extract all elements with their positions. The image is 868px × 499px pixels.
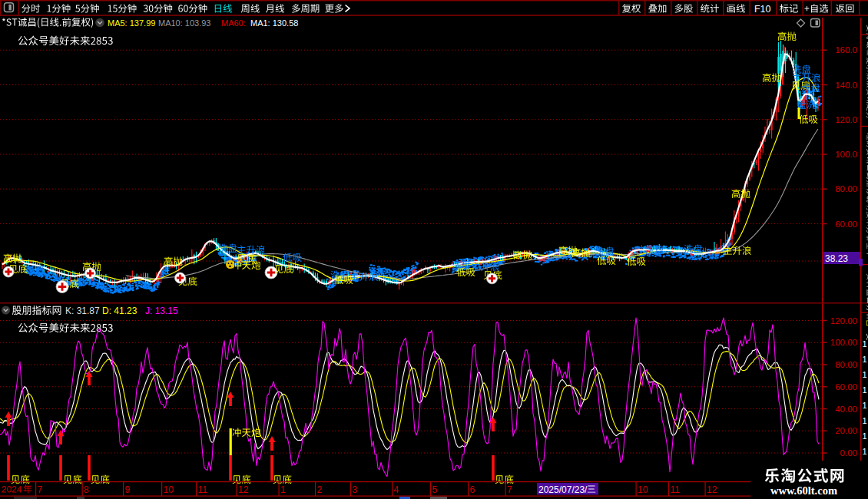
svg-text:20.00: 20.00 [835, 426, 857, 435]
svg-text:7: 7 [38, 484, 43, 495]
svg-text:140.0: 140.0 [835, 81, 857, 90]
svg-text:1: 1 [280, 484, 286, 495]
svg-text:38.23: 38.23 [825, 253, 848, 264]
svg-text:11: 11 [198, 484, 208, 495]
svg-text:1: 1 [863, 370, 867, 379]
svg-text:120.00: 120.00 [830, 316, 857, 326]
svg-text:D: 41.23: D: 41.23 [102, 306, 137, 316]
svg-text:160.0: 160.0 [835, 45, 857, 55]
svg-text:1: 1 [863, 431, 867, 441]
svg-text:MA60:: MA60: [221, 18, 246, 28]
svg-text:F10: F10 [754, 4, 771, 15]
svg-text:1: 1 [863, 447, 867, 456]
svg-text:100.0: 100.0 [835, 150, 857, 159]
svg-text:10: 10 [638, 484, 648, 495]
svg-text:1: 1 [863, 385, 867, 395]
svg-text:K: 31.87: K: 31.87 [65, 306, 100, 316]
svg-text:J: 13.15: J: 13.15 [145, 306, 178, 316]
svg-text:12: 12 [238, 484, 249, 495]
svg-text:40.00: 40.00 [835, 405, 857, 414]
svg-text:0.00: 0.00 [840, 448, 857, 458]
svg-text:8: 8 [84, 484, 89, 495]
svg-text:2: 2 [317, 484, 323, 495]
svg-text:10: 10 [164, 484, 174, 495]
svg-text:120.0: 120.0 [835, 115, 857, 124]
svg-text:3: 3 [353, 484, 358, 495]
svg-text:60.00: 60.00 [835, 220, 857, 229]
svg-text:6: 6 [470, 484, 475, 495]
svg-text:60.00: 60.00 [835, 382, 857, 392]
svg-text:80.00: 80.00 [835, 360, 857, 369]
svg-text:1: 1 [863, 355, 867, 364]
svg-text:MA5: 137.99: MA5: 137.99 [108, 18, 155, 28]
svg-text:9: 9 [125, 484, 131, 495]
svg-text:1: 1 [863, 401, 867, 410]
svg-text:5: 5 [432, 484, 438, 495]
svg-text:1: 1 [863, 416, 867, 425]
svg-text:www.60lt.com: www.60lt.com [770, 484, 837, 497]
svg-text:7: 7 [507, 484, 512, 495]
svg-text:80.00: 80.00 [835, 184, 857, 193]
svg-text:1: 1 [863, 339, 867, 349]
svg-text:4: 4 [394, 484, 399, 495]
svg-text:11: 11 [671, 484, 681, 495]
svg-text:MA10: 103.93: MA10: 103.93 [158, 18, 211, 28]
svg-text:2025/07/23/: 2025/07/23/ [538, 484, 588, 495]
svg-text:MA1: 130.58: MA1: 130.58 [250, 18, 298, 28]
svg-text:100.00: 100.00 [830, 338, 857, 347]
svg-text:12: 12 [707, 484, 717, 495]
